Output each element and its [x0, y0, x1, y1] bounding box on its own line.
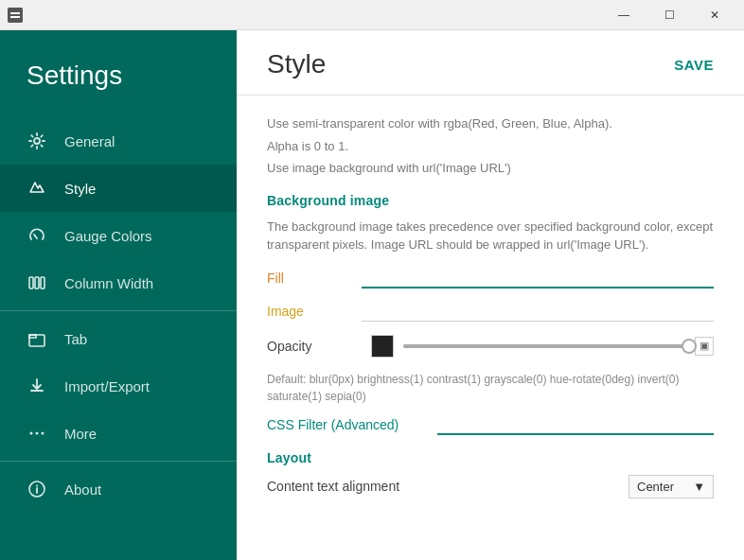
svg-rect-1 — [10, 12, 20, 14]
sidebar-label-tab: Tab — [64, 331, 87, 347]
column-icon — [27, 272, 47, 293]
gear-icon — [27, 131, 47, 151]
content-area: Style Save Use semi-transparent color wi… — [237, 30, 744, 560]
slider-container: ▣ — [403, 337, 714, 356]
minimize-button[interactable]: — — [602, 0, 646, 30]
svg-point-3 — [34, 138, 40, 144]
image-input[interactable] — [362, 302, 714, 322]
svg-rect-5 — [35, 277, 39, 289]
save-button[interactable]: Save — [674, 57, 714, 73]
color-swatch[interactable] — [371, 335, 394, 358]
titlebar: — ☐ ✕ — [0, 0, 744, 30]
info-icon — [27, 479, 47, 499]
content-header: Style Save — [237, 30, 744, 96]
css-filter-input[interactable] — [437, 414, 714, 435]
bg-image-desc: The background image takes precedence ov… — [267, 218, 714, 254]
close-button[interactable]: ✕ — [693, 0, 736, 30]
svg-rect-7 — [29, 335, 44, 346]
css-filter-row: CSS Filter (Advanced) — [267, 414, 714, 435]
svg-point-8 — [30, 432, 33, 435]
svg-rect-6 — [41, 277, 44, 289]
tab-icon — [27, 328, 47, 349]
palette-icon — [27, 178, 47, 199]
image-label: Image — [267, 304, 362, 319]
opacity-slider[interactable] — [403, 344, 689, 348]
hint-text-3-content: Use image background with url('Image URL… — [267, 161, 511, 175]
alignment-select[interactable]: Center ▼ — [629, 475, 714, 499]
nav-divider-2 — [0, 461, 237, 462]
sidebar-item-import-export[interactable]: Import/Export — [0, 362, 237, 410]
svg-rect-2 — [10, 16, 20, 18]
sidebar-item-more[interactable]: More — [0, 410, 237, 457]
css-filter-advanced: (Advanced) — [331, 417, 399, 432]
layout-section-title: Layout — [267, 450, 714, 465]
sidebar-label-about: About — [64, 481, 101, 498]
image-row: Image — [267, 302, 714, 322]
sidebar-label-column-width: Column Width — [64, 275, 153, 291]
window-controls: — ☐ ✕ — [602, 0, 736, 30]
svg-point-12 — [36, 485, 38, 487]
svg-rect-0 — [8, 8, 23, 23]
sidebar: Settings General Style — [0, 30, 237, 560]
chevron-down-icon: ▼ — [693, 480, 705, 494]
sidebar-item-general[interactable]: General — [0, 117, 237, 165]
nav-divider-1 — [0, 310, 237, 311]
sidebar-label-more: More — [64, 426, 97, 442]
fill-label: Fill — [267, 271, 362, 286]
opacity-label: Opacity — [267, 339, 362, 354]
css-filter-label: CSS Filter (Advanced) — [267, 417, 437, 432]
svg-point-9 — [36, 432, 39, 435]
sidebar-item-column-width[interactable]: Column Width — [0, 259, 237, 306]
hint-text-2: Alpha is 0 to 1. — [267, 137, 714, 156]
alignment-label: Content text alignment — [267, 479, 629, 494]
alignment-row: Content text alignment Center ▼ — [267, 475, 714, 499]
gauge-icon — [27, 225, 47, 246]
sidebar-title: Settings — [0, 30, 237, 117]
sidebar-label-gauge-colors: Gauge Colors — [64, 228, 152, 244]
fill-row: Fill — [267, 268, 714, 289]
page-title: Style — [267, 49, 326, 79]
svg-point-10 — [42, 432, 44, 435]
app-container: Settings General Style — [0, 30, 744, 560]
hint-text-3: Use image background with url('Image URL… — [267, 159, 714, 178]
sidebar-label-style: Style — [64, 181, 96, 197]
more-icon — [27, 423, 47, 444]
sidebar-item-gauge-colors[interactable]: Gauge Colors — [0, 212, 237, 259]
slider-end-btn[interactable]: ▣ — [695, 337, 714, 356]
sidebar-nav: General Style Gauge Colors — [0, 117, 237, 560]
app-icon — [8, 8, 23, 23]
sidebar-label-general: General — [64, 133, 115, 149]
sidebar-item-tab[interactable]: Tab — [0, 315, 237, 362]
import-icon — [27, 376, 47, 396]
fill-input[interactable] — [362, 268, 714, 289]
default-text: Default: blur(0px) brightness(1) contras… — [267, 371, 714, 405]
sidebar-label-import-export: Import/Export — [64, 378, 150, 394]
content-body: Use semi-transparent color with rgba(Red… — [237, 96, 744, 560]
sidebar-item-about[interactable]: About — [0, 465, 237, 513]
sidebar-item-style[interactable]: Style — [0, 165, 237, 212]
svg-rect-4 — [29, 277, 33, 289]
maximize-button[interactable]: ☐ — [647, 0, 691, 30]
css-filter-text: CSS Filter — [267, 417, 328, 432]
bg-image-section-title: Background image — [267, 193, 714, 208]
hint-text-1: Use semi-transparent color with rgba(Red… — [267, 114, 714, 133]
alignment-value: Center — [637, 480, 674, 494]
opacity-row: Opacity ▣ — [267, 335, 714, 358]
